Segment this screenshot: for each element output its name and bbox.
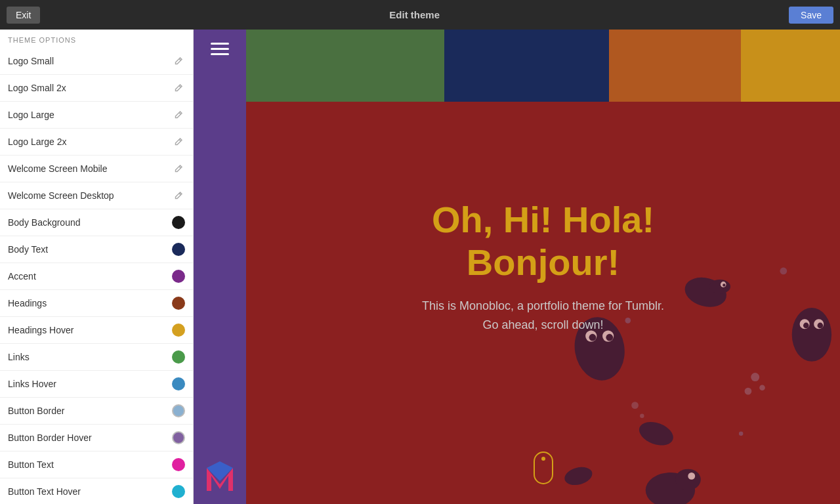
scroll-indicator: [534, 452, 553, 484]
color-dot-button-text-hover[interactable]: [172, 485, 185, 498]
preview-subtext: This is Monobloc, a portfolio theme for …: [422, 297, 664, 335]
sidebar-item-button-border-hover[interactable]: Button Border Hover: [0, 425, 193, 452]
color-dot-links[interactable]: [172, 350, 185, 364]
color-dot-button-text[interactable]: [172, 458, 185, 471]
topbar: Exit Edit theme Save: [0, 0, 840, 30]
hamburger-menu[interactable]: [204, 36, 236, 62]
color-dot-body-background[interactable]: [172, 216, 185, 229]
color-dot-button-border-hover[interactable]: [172, 431, 185, 444]
sidebar-item-label-headings-hover: Headings Hover: [8, 325, 172, 335]
sidebar-items-container: Logo SmallLogo Small 2xLogo LargeLogo La…: [0, 48, 193, 504]
hamburger-line-1: [211, 43, 229, 45]
sidebar-item-logo-small-2x[interactable]: Logo Small 2x: [0, 75, 193, 102]
sidebar-item-headings-hover[interactable]: Headings Hover: [0, 317, 193, 344]
preview-area: Oh, Hi! Hola! Bonjour! This is Monobloc,…: [246, 30, 840, 504]
exit-button[interactable]: Exit: [7, 7, 40, 24]
sidebar-item-body-text[interactable]: Body Text: [0, 236, 193, 263]
topbar-title: Edit theme: [47, 9, 782, 20]
edit-icon-logo-small: [172, 54, 185, 68]
sidebar-item-button-text[interactable]: Button Text: [0, 452, 193, 478]
sidebar-item-label-body-text: Body Text: [8, 244, 172, 255]
sidebar: THEME OPTIONS Logo SmallLogo Small 2xLog…: [0, 30, 194, 504]
logo-m-svg: [203, 461, 236, 494]
sidebar-item-welcome-screen-mobile[interactable]: Welcome Screen Mobile: [0, 156, 193, 182]
sidebar-item-accent[interactable]: Accent: [0, 263, 193, 290]
sidebar-item-links[interactable]: Links: [0, 344, 193, 371]
subtext-line2: Go ahead, scroll down!: [422, 316, 664, 335]
color-dot-links-hover[interactable]: [172, 377, 185, 390]
sidebar-item-label-welcome-screen-mobile: Welcome Screen Mobile: [8, 163, 172, 174]
sidebar-item-label-button-text: Button Text: [8, 459, 172, 470]
sidebar-item-label-body-background: Body Background: [8, 217, 172, 228]
save-button[interactable]: Save: [789, 7, 833, 24]
sidebar-item-welcome-screen-desktop[interactable]: Welcome Screen Desktop: [0, 182, 193, 209]
sidebar-item-label-accent: Accent: [8, 271, 172, 282]
heading-line2: Bonjour!: [432, 242, 654, 284]
main-layout: THEME OPTIONS Logo SmallLogo Small 2xLog…: [0, 30, 840, 504]
color-dot-button-border[interactable]: [172, 404, 185, 417]
sidebar-item-label-logo-large: Logo Large: [8, 110, 172, 120]
preview-content: Oh, Hi! Hola! Bonjour! This is Monobloc,…: [246, 30, 840, 504]
sidebar-item-label-logo-large-2x: Logo Large 2x: [8, 136, 172, 147]
sidebar-item-label-welcome-screen-desktop: Welcome Screen Desktop: [8, 190, 172, 201]
heading-line1: Oh, Hi! Hola!: [432, 199, 654, 241]
color-dot-body-text[interactable]: [172, 243, 185, 256]
sidebar-item-label-links: Links: [8, 352, 172, 362]
scroll-dot: [541, 457, 545, 461]
edit-icon-welcome-screen-desktop: [172, 189, 185, 202]
sidebar-item-label-button-border: Button Border: [8, 406, 172, 416]
sidebar-item-logo-large-2x[interactable]: Logo Large 2x: [0, 129, 193, 156]
sidebar-item-button-border[interactable]: Button Border: [0, 398, 193, 425]
sidebar-item-body-background[interactable]: Body Background: [0, 209, 193, 236]
edit-icon-logo-large-2x: [172, 135, 185, 148]
sidebar-item-logo-small[interactable]: Logo Small: [0, 48, 193, 75]
logo-m: [203, 461, 236, 494]
sidebar-item-label-logo-small-2x: Logo Small 2x: [8, 83, 172, 93]
sidebar-item-label-links-hover: Links Hover: [8, 379, 172, 389]
sidebar-item-label-logo-small: Logo Small: [8, 56, 172, 66]
theme-options-label: THEME OPTIONS: [0, 30, 193, 48]
sidebar-item-logo-large[interactable]: Logo Large: [0, 102, 193, 129]
preview-heading: Oh, Hi! Hola! Bonjour!: [432, 199, 654, 284]
edit-icon-logo-small-2x: [172, 81, 185, 94]
nav-sidebar: [194, 30, 246, 504]
sidebar-item-label-headings: Headings: [8, 298, 172, 308]
color-dot-accent[interactable]: [172, 270, 185, 283]
edit-icon-logo-large: [172, 108, 185, 121]
edit-icon-welcome-screen-mobile: [172, 162, 185, 175]
sidebar-item-headings[interactable]: Headings: [0, 290, 193, 317]
hamburger-line-3: [211, 53, 229, 55]
color-dot-headings[interactable]: [172, 297, 185, 310]
sidebar-item-button-text-hover[interactable]: Button Text Hover: [0, 478, 193, 504]
color-dot-headings-hover[interactable]: [172, 324, 185, 337]
sidebar-item-label-button-border-hover: Button Border Hover: [8, 432, 172, 443]
subtext-line1: This is Monobloc, a portfolio theme for …: [422, 297, 664, 316]
hamburger-line-2: [211, 48, 229, 50]
sidebar-item-links-hover[interactable]: Links Hover: [0, 371, 193, 398]
sidebar-item-label-button-text-hover: Button Text Hover: [8, 486, 172, 497]
